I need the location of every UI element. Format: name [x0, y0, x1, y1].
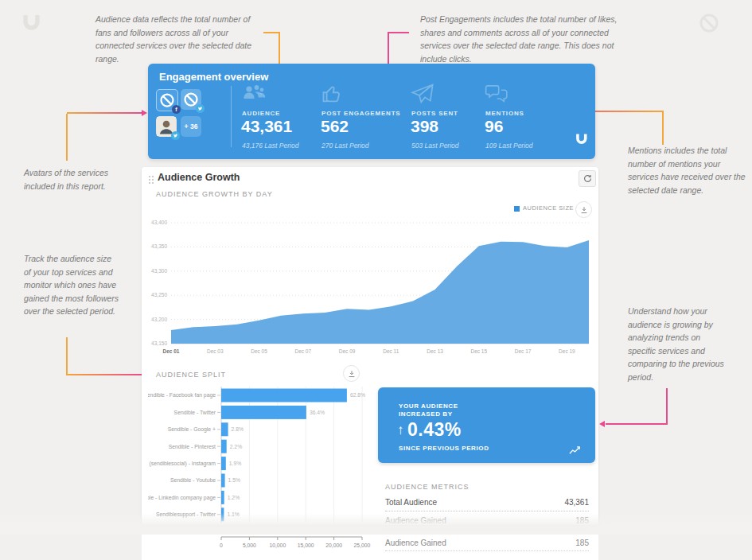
svg-text:Sendible - Linkedin company pa: Sendible - Linkedin company page	[148, 495, 216, 501]
growth-by-day-subtitle: AUDIENCE GROWTH BY DAY	[156, 190, 273, 198]
svg-text:43,250: 43,250	[151, 292, 167, 298]
annotation-post-engagements: Post Engagements includes the total numb…	[420, 13, 622, 65]
svg-text:Dec 13: Dec 13	[427, 348, 443, 354]
svg-text:Sendible - Pinterest: Sendible - Pinterest	[169, 444, 216, 449]
svg-text:1.5%: 1.5%	[228, 477, 241, 483]
legend-swatch	[514, 206, 520, 212]
svg-text:43,400: 43,400	[151, 220, 167, 225]
annotation-audience-growth: Understand how your audience is growing …	[628, 305, 727, 383]
sendible-logo-white	[575, 132, 588, 146]
metric-row-label: Audience Gained	[385, 539, 446, 547]
metric-value: 562	[321, 117, 349, 136]
svg-text:Sendible - Twitter: Sendible - Twitter	[174, 410, 216, 415]
increase-value: 0.43%	[407, 419, 462, 440]
twitter-badge-icon	[171, 131, 180, 140]
blocked-circle-icon	[697, 11, 721, 35]
metric-value: 43,361	[241, 117, 292, 136]
metric-table-row: Audience Gained185	[385, 511, 589, 530]
audience-metrics-title: AUDIENCE METRICS	[385, 483, 470, 491]
metric-previous: 503 Last Period	[411, 142, 459, 150]
metric-label: AUDIENCE	[242, 110, 280, 117]
metric-previous: 109 Last Period	[485, 142, 533, 150]
svg-text:Dec 09: Dec 09	[339, 348, 356, 354]
audience-icon	[241, 83, 267, 105]
svg-text:Sendiblesupport - Twitter: Sendiblesupport - Twitter	[156, 511, 216, 518]
service-avatar-photo	[156, 116, 177, 137]
svg-text:Dec 07: Dec 07	[294, 348, 311, 354]
svg-text:Dec 05: Dec 05	[251, 348, 267, 354]
drag-handle-icon[interactable]	[148, 175, 154, 185]
audience-split-title: AUDIENCE SPLIT	[156, 371, 226, 379]
audience-growth-card: Audience Growth AUDIENCE GROWTH BY DAY A…	[142, 167, 598, 525]
panel-divider	[231, 86, 232, 147]
metric-previous: 270 Last Period	[321, 142, 369, 150]
annotation-mentions: Mentions includes the total number of me…	[628, 144, 750, 196]
refresh-button[interactable]	[579, 170, 596, 187]
svg-text:25,000: 25,000	[354, 542, 371, 548]
svg-text:15,000: 15,000	[298, 542, 314, 548]
split-chart-x-axis: 05,00010,00015,00020,00025,000	[148, 535, 379, 555]
svg-text:62.8%: 62.8%	[350, 392, 365, 398]
scrolled-content-strip: 05,00010,00015,00020,00025,000 Audience …	[142, 535, 598, 560]
svg-text:Sendible - Google +: Sendible - Google +	[168, 426, 216, 433]
audience-split-bar-chart: Sendible - Facebook fan page62.8%Sendibl…	[148, 385, 379, 525]
annotation-avatars: Avatars of the services included in this…	[24, 166, 110, 192]
download-growth-button[interactable]	[575, 201, 592, 218]
audience-increase-card: YOUR AUDIENCE INCREASED BY ↑ 0.43% SINCE…	[378, 387, 595, 463]
service-avatar: f	[156, 89, 178, 111]
up-arrow-icon: ↑	[397, 422, 404, 438]
chat-bubbles-icon	[485, 83, 508, 103]
svg-text:Dec 15: Dec 15	[470, 348, 487, 354]
increase-heading: YOUR AUDIENCE INCREASED BY	[399, 402, 474, 418]
svg-text:43,300: 43,300	[151, 268, 167, 274]
trend-line-icon	[569, 445, 581, 455]
svg-text:43,350: 43,350	[151, 243, 167, 249]
svg-text:10,000: 10,000	[269, 542, 286, 548]
svg-text:Dec 01: Dec 01	[163, 348, 180, 354]
metric-row-value: 185	[575, 539, 589, 547]
svg-text:1.1%: 1.1%	[227, 511, 240, 517]
svg-text:43,200: 43,200	[151, 317, 167, 322]
avatar-more-count: + 36	[181, 116, 201, 137]
metric-value: 398	[411, 117, 438, 136]
svg-text:43,150: 43,150	[151, 340, 167, 346]
audience-metrics-table: Total Audience43,361Audience Gained185	[385, 493, 589, 530]
svg-text:Dec 03: Dec 03	[207, 348, 224, 354]
audience-metrics-continued: Audience Gained185	[385, 535, 589, 551]
metric-mentions: MENTIONS96109 Last Period	[485, 64, 576, 159]
svg-text:Dec 11: Dec 11	[383, 348, 399, 354]
twitter-badge-icon	[196, 104, 205, 113]
engagement-overview-panel: Engagement overview f + 36 AUDIENCE43,36…	[148, 64, 595, 159]
report-page: Audience data reflects the total number …	[0, 0, 752, 560]
increase-caption: SINCE PREVIOUS PERIOD	[399, 445, 489, 452]
metric-row-value: 185	[575, 516, 589, 525]
service-avatar	[181, 89, 201, 110]
metric-row-label: Audience Gained	[385, 516, 446, 525]
svg-text:Dec 17: Dec 17	[515, 348, 532, 354]
card-title: Audience Growth	[158, 172, 240, 183]
svg-text:20,000: 20,000	[325, 542, 342, 548]
metric-row-label: Total Audience	[385, 498, 437, 507]
metric-row-value: 43,361	[564, 498, 589, 507]
sendible-logo-watermark	[21, 12, 41, 33]
increase-value-row: ↑ 0.43%	[397, 419, 462, 441]
download-split-button[interactable]	[343, 365, 360, 382]
svg-text:Sendible - Facebook fan page: Sendible - Facebook fan page	[148, 392, 216, 399]
annotation-audience-data: Audience data reflects the total number …	[95, 13, 264, 65]
svg-text:0: 0	[220, 542, 223, 548]
thumbs-up-icon	[321, 83, 343, 105]
legend-audience-size: AUDIENCE SIZE	[523, 204, 574, 212]
svg-text:2.8%: 2.8%	[232, 426, 244, 432]
svg-text:36.4%: 36.4%	[310, 410, 325, 415]
svg-text:Dec 19: Dec 19	[559, 348, 575, 354]
svg-text:5,000: 5,000	[243, 542, 256, 548]
metric-table-row: Total Audience43,361	[385, 493, 589, 511]
metric-label: POST ENGAGEMENTS	[321, 110, 400, 117]
metric-audience: AUDIENCE43,36143,176 Last Period	[241, 64, 333, 159]
paper-plane-icon	[411, 83, 434, 105]
metric-table-row-continued: Audience Gained185	[385, 535, 589, 551]
metric-label: POSTS SENT	[411, 110, 458, 117]
metric-value: 96	[485, 117, 503, 136]
annotation-audience-split: Track the audience size of your top serv…	[24, 252, 119, 318]
metric-label: MENTIONS	[485, 110, 524, 117]
